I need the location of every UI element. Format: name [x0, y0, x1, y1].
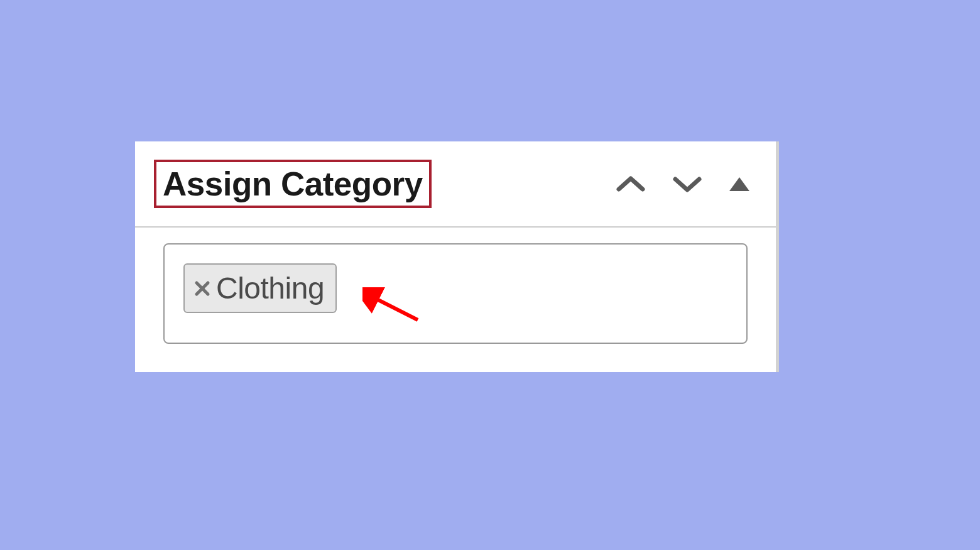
move-up-button[interactable]	[615, 173, 646, 195]
move-down-button[interactable]	[672, 173, 703, 195]
remove-tag-button[interactable]	[193, 280, 211, 297]
assign-category-panel: Assign Category	[135, 141, 779, 372]
panel-title: Assign Category	[154, 160, 432, 208]
triangle-up-icon	[728, 175, 751, 194]
panel-controls	[615, 173, 757, 195]
category-tag-input[interactable]: Clothing	[163, 243, 748, 344]
panel-body: Clothing	[135, 228, 776, 360]
tag-label: Clothing	[216, 271, 324, 305]
chevron-down-icon	[672, 173, 703, 195]
tag-chip: Clothing	[183, 263, 337, 313]
chevron-up-icon	[615, 173, 646, 195]
panel-header: Assign Category	[135, 141, 776, 228]
svg-marker-0	[729, 177, 749, 191]
close-icon	[193, 280, 211, 297]
collapse-button[interactable]	[728, 175, 751, 194]
